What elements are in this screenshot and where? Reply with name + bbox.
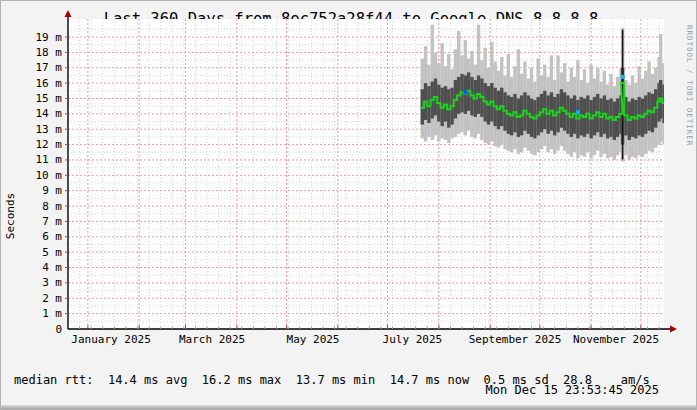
y-tick-label: 2 m	[42, 292, 62, 305]
y-tick-label: 14 m	[36, 107, 63, 120]
x-axis-arrow	[670, 326, 677, 333]
legend-block: median rtt: 14.4 ms avg 16.2 ms max 13.7…	[14, 344, 650, 410]
y-tick-label: 0	[55, 323, 62, 336]
y-tick-label: 19 m	[36, 31, 63, 44]
y-tick-label: 15 m	[36, 92, 63, 105]
y-tick-label: 3 m	[42, 276, 62, 289]
latency-chart: 01 m2 m3 m4 m5 m6 m7 m8 m9 m10 m11 m12 m…	[1, 1, 697, 346]
y-tick-label: 4 m	[42, 261, 62, 274]
window-bottom-edge	[1, 405, 696, 409]
smokeping-graph-window: Last 360 Days from 8ec752a28f44 to Googl…	[0, 0, 697, 410]
y-tick-label: 8 m	[42, 200, 62, 213]
y-tick-label: 16 m	[36, 77, 63, 90]
y-tick-label: 7 m	[42, 215, 62, 228]
y-tick-label: 13 m	[36, 123, 63, 136]
y-tick-label: 12 m	[36, 138, 63, 151]
y-tick-label: 6 m	[42, 230, 62, 243]
y-tick-label: 10 m	[36, 169, 63, 182]
timestamp: Mon Dec 15 23:53:45 2025	[486, 383, 659, 397]
y-tick-label: 17 m	[36, 61, 63, 74]
y-tick-label: 5 m	[42, 246, 62, 259]
y-tick-label: 18 m	[36, 46, 63, 59]
y-tick-label: 9 m	[42, 184, 62, 197]
y-tick-label: 11 m	[36, 153, 63, 166]
loss-marker	[576, 110, 580, 114]
y-tick-label: 1 m	[42, 307, 62, 320]
loss-marker	[463, 90, 467, 94]
loss-marker	[621, 75, 625, 79]
y-axis-arrow	[65, 10, 72, 17]
